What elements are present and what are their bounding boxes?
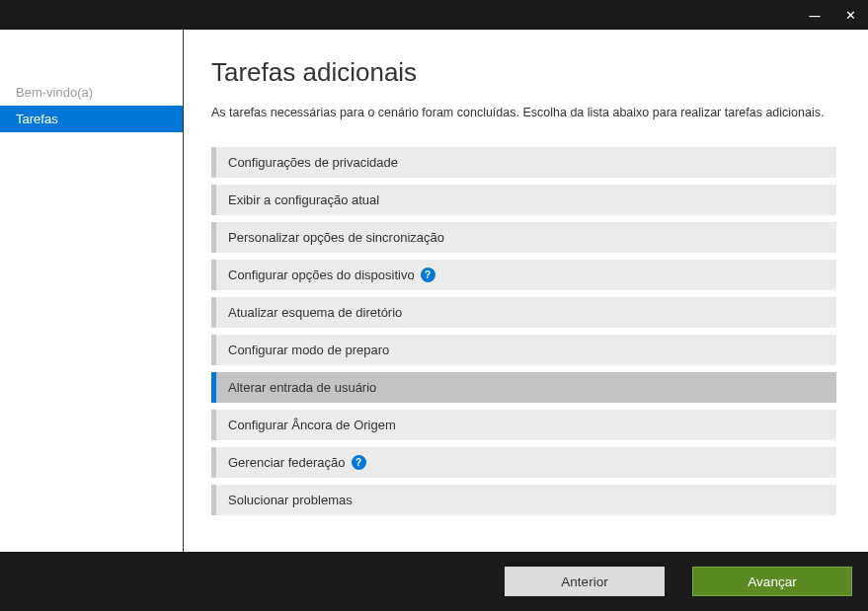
task-item-customize-sync[interactable]: Personalizar opções de sincronização	[211, 222, 836, 253]
task-item-manage-federation[interactable]: Gerenciar federação	[211, 447, 836, 478]
close-icon[interactable]	[840, 7, 860, 23]
page-subtitle: As tarefas necessárias para o cenário fo…	[211, 106, 836, 119]
title-bar	[0, 0, 868, 30]
sidebar-item-welcome[interactable]: Bem-vindo(a)	[0, 79, 183, 106]
task-item-update-schema[interactable]: Atualizar esquema de diretório	[211, 297, 836, 328]
task-item-staging-mode[interactable]: Configurar modo de preparo	[211, 335, 836, 365]
footer: Anterior Avançar	[0, 552, 868, 611]
task-label: Personalizar opções de sincronização	[228, 230, 444, 245]
content-wrapper: Bem-vindo(a) Tarefas Tarefas adicionais …	[0, 30, 868, 552]
window-controls	[805, 7, 860, 23]
task-label: Exibir a configuração atual	[228, 192, 379, 207]
task-item-privacy-settings[interactable]: Configurações de privacidade	[211, 147, 836, 178]
minimize-icon[interactable]	[805, 7, 825, 23]
task-item-troubleshoot[interactable]: Solucionar problemas	[211, 485, 836, 515]
task-label: Alterar entrada de usuário	[228, 380, 376, 395]
task-list: Configurações de privacidade Exibir a co…	[211, 147, 836, 515]
sidebar-item-label: Tarefas	[16, 112, 58, 126]
task-label: Configurações de privacidade	[228, 155, 398, 170]
previous-button[interactable]: Anterior	[505, 567, 665, 596]
task-item-device-options[interactable]: Configurar opções do dispositivo	[211, 260, 836, 290]
help-icon[interactable]	[352, 455, 366, 470]
task-label: Configurar modo de preparo	[228, 343, 389, 357]
page-title: Tarefas adicionais	[211, 57, 836, 88]
task-item-view-config[interactable]: Exibir a configuração atual	[211, 185, 836, 215]
task-label: Gerenciar federação	[228, 455, 346, 470]
sidebar: Bem-vindo(a) Tarefas	[0, 30, 184, 552]
next-button[interactable]: Avançar	[692, 567, 852, 596]
task-label: Atualizar esquema de diretório	[228, 305, 402, 320]
task-label: Configurar Âncora de Origem	[228, 418, 396, 432]
main-panel: Tarefas adicionais As tarefas necessária…	[184, 30, 868, 552]
sidebar-item-label: Bem-vindo(a)	[16, 85, 93, 100]
task-item-configure-anchor[interactable]: Configurar Âncora de Origem	[211, 410, 836, 440]
sidebar-item-tasks[interactable]: Tarefas	[0, 106, 183, 132]
task-label: Configurar opções do dispositivo	[228, 267, 415, 282]
task-label: Solucionar problemas	[228, 493, 353, 507]
task-item-change-signin[interactable]: Alterar entrada de usuário	[211, 372, 836, 403]
help-icon[interactable]	[421, 267, 435, 282]
